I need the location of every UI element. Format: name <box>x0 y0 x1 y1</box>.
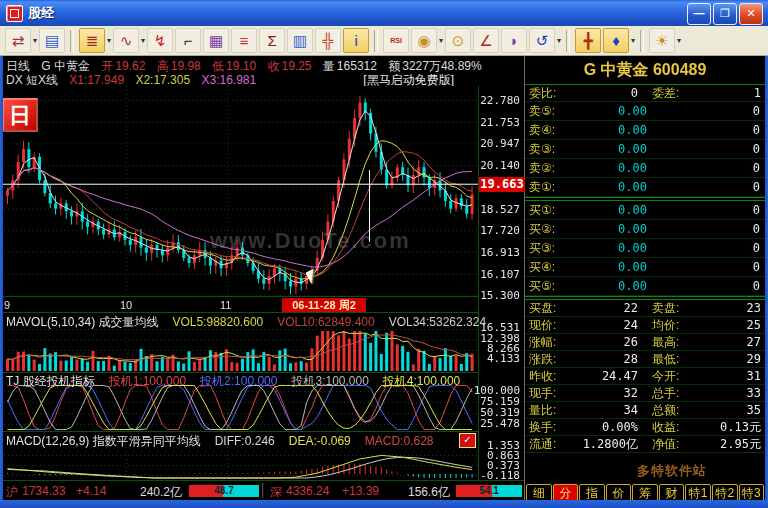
save-button[interactable]: ▤ <box>39 28 65 53</box>
burst-button[interactable]: ☀ <box>649 28 675 53</box>
indicator-info-bar: DX 短X线 X1:17.949 X2:17.305 X3:16.981 [黑马… <box>6 72 520 86</box>
macd-chart-canvas[interactable] <box>0 447 478 479</box>
trend-dropdown-icon[interactable]: ▾ <box>141 36 145 45</box>
cross-button[interactable]: ╋ <box>575 28 601 53</box>
quote-label: 昨收: <box>529 368 571 385</box>
order-row: 卖①:0.000 <box>525 178 765 197</box>
legend-item: MACD:0.628 <box>365 434 434 448</box>
tower-dropdown-icon[interactable]: ▾ <box>631 36 635 45</box>
eye-icon: ◉ <box>418 33 431 48</box>
burst-icon: ☀ <box>655 33 668 48</box>
quote-value: 24.47 <box>571 369 638 383</box>
quote-label: 均价: <box>652 317 694 334</box>
quote-value: 22 <box>571 301 638 315</box>
panel-title[interactable]: MAVOL(5,10,34) 成交量均线 <box>6 315 158 329</box>
quote-label: 换手: <box>529 419 571 436</box>
volume-panel-header[interactable]: MAVOL(5,10,34) 成交量均线VOL5:98820.600VOL10:… <box>6 314 476 328</box>
sz-change: +13.39 <box>342 484 379 498</box>
report-icon: ▥ <box>293 33 307 48</box>
swap-button[interactable]: ⇄ <box>5 28 31 53</box>
price-tick: 15.300 <box>480 289 520 302</box>
sh-ratio: 48.7 <box>189 485 259 497</box>
panel-title[interactable]: TJ 股经投机指标 <box>6 374 95 388</box>
tower-button[interactable]: ♦ <box>603 28 629 53</box>
order-row: 买②:0.000 <box>525 220 765 239</box>
title-bar[interactable]: 股经 — ❐ ✕ <box>0 0 768 26</box>
swap-dropdown-icon[interactable]: ▾ <box>33 36 37 45</box>
indicator-x2: X2:17.305 <box>135 73 190 87</box>
quote-value: 29 <box>694 352 761 366</box>
formula-button[interactable]: Σ <box>259 28 285 53</box>
order-label: 买②: <box>529 221 575 238</box>
angle-chart-icon: ∠ <box>479 33 492 48</box>
stock-header: G 中黄金 600489 <box>525 56 765 85</box>
order-row: 买③:0.000 <box>525 239 765 258</box>
close-button[interactable]: ✕ <box>739 3 763 25</box>
order-label: 买①: <box>529 202 575 219</box>
order-volume: 0 <box>647 142 760 156</box>
weicha-value: 1 <box>694 86 761 100</box>
cross-icon: ╋ <box>584 33 593 48</box>
eye-button[interactable]: ◉ <box>411 28 437 53</box>
kline-button[interactable]: ≣ <box>79 28 105 53</box>
swap-icon: ⇄ <box>12 33 25 48</box>
order-label: 卖⑤: <box>529 103 575 120</box>
quote-label: 最低: <box>652 351 694 368</box>
sh-label: 沪 <box>6 484 18 501</box>
color-grid-button[interactable]: ▦ <box>203 28 229 53</box>
flash-button[interactable]: ↯ <box>147 28 173 53</box>
quote-label: 净值: <box>652 436 694 453</box>
amount-value: 3227万48.89% <box>402 59 481 73</box>
bid-queue: 买①:0.000买②:0.000买③:0.000买④:0.000买⑤:0.000 <box>525 201 765 296</box>
plugin-button[interactable]: ╬ <box>315 28 341 53</box>
volume-chart-canvas[interactable] <box>0 329 478 371</box>
speculation-panel-header[interactable]: TJ 股经投机指标投机1:100.000投机2:100.000投机3:100.0… <box>6 373 476 387</box>
coin-button[interactable]: ⊙ <box>445 28 471 53</box>
order-volume: 0 <box>647 161 760 175</box>
formula-icon: Σ <box>267 33 276 48</box>
x-axis-label: 9 <box>4 299 10 311</box>
macd-panel-header[interactable]: MACD(12,26,9) 指数平滑异同平均线DIFF:0.246DEA:-0.… <box>6 433 476 447</box>
sz-amount: 156.6亿 <box>408 484 450 501</box>
angle-chart-button[interactable]: ∠ <box>473 28 499 53</box>
tower-icon: ♦ <box>612 33 620 48</box>
panel-title[interactable]: MACD(12,26,9) 指数平滑异同平均线 <box>6 434 201 448</box>
order-price: 0.00 <box>575 279 647 293</box>
order-volume: 0 <box>647 203 760 217</box>
price-tick: 16.107 <box>480 268 520 281</box>
minimize-button[interactable]: — <box>687 3 711 25</box>
refresh-dropdown-icon[interactable]: ▾ <box>557 36 561 45</box>
order-row: 卖③:0.000 <box>525 140 765 159</box>
quote-value: 0.13元 <box>694 419 761 436</box>
burst-dropdown-icon[interactable]: ▾ <box>677 36 681 45</box>
open-label: 开 <box>101 59 113 73</box>
info-button[interactable]: i <box>343 28 369 53</box>
gun-button[interactable]: ⌐ <box>175 28 201 53</box>
quote-row: 现手:32总手:33 <box>525 385 765 402</box>
macd-checkbox-icon[interactable]: ✓ <box>459 433 476 448</box>
maximize-button[interactable]: ❐ <box>713 3 737 25</box>
report-button[interactable]: ▥ <box>287 28 313 53</box>
quote-list-button[interactable]: ≡ <box>231 28 257 53</box>
period-label[interactable]: 日线 <box>6 59 30 73</box>
rsi-button[interactable]: RSI <box>383 28 409 53</box>
daily-period-badge[interactable]: 日 <box>2 98 38 132</box>
fish-button[interactable]: ◗ <box>501 28 527 53</box>
order-price: 0.00 <box>575 203 647 217</box>
quote-row: 涨幅:26最高:27 <box>525 334 765 351</box>
refresh-button[interactable]: ↺ <box>529 28 555 53</box>
coin-icon: ⊙ <box>452 33 465 48</box>
volume-value: 165312 <box>337 59 377 73</box>
indicator-name[interactable]: DX 短X线 <box>6 73 58 87</box>
main-chart-canvas[interactable] <box>0 86 478 297</box>
quote-label: 流通: <box>529 436 571 453</box>
kline-dropdown-icon[interactable]: ▾ <box>107 36 111 45</box>
x-axis-label: 10 <box>120 299 132 311</box>
eye-dropdown-icon[interactable]: ▾ <box>439 36 443 45</box>
window-border-bottom[interactable] <box>0 500 768 508</box>
trend-button[interactable]: ∿ <box>113 28 139 53</box>
quote-panel: G 中黄金 600489 委比: 0 委差: 1 卖⑤:0.000卖④:0.00… <box>524 56 765 500</box>
legend-item: 投机1:100.000 <box>109 374 186 388</box>
divider <box>262 483 264 498</box>
ask-queue: 卖⑤:0.000卖④:0.000卖③:0.000卖②:0.000卖①:0.000 <box>525 102 765 197</box>
